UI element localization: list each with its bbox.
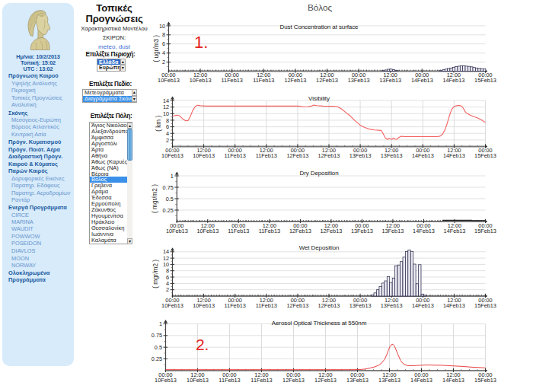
svg-text:13Feb13: 13Feb13 xyxy=(379,77,401,84)
svg-text:15Feb13: 15Feb13 xyxy=(474,377,496,384)
svg-text:4: 4 xyxy=(166,280,169,287)
svg-text:0.5: 0.5 xyxy=(166,196,174,202)
svg-text:10Feb13: 10Feb13 xyxy=(158,77,180,84)
svg-text:0.25: 0.25 xyxy=(163,207,174,214)
svg-text:0.25: 0.25 xyxy=(152,355,162,362)
svg-text:Aerosol Optical Thickness at 5: Aerosol Optical Thickness at 550nm xyxy=(272,320,367,327)
svg-text:6: 6 xyxy=(166,274,169,281)
svg-text:12Feb13: 12Feb13 xyxy=(318,302,340,309)
svg-text:14Feb13: 14Feb13 xyxy=(410,377,432,384)
svg-text:Dust Concentration at surface: Dust Concentration at surface xyxy=(280,24,359,30)
svg-text:15Feb13: 15Feb13 xyxy=(474,77,496,84)
svg-text:11Feb13: 11Feb13 xyxy=(228,228,249,234)
svg-text:12Feb13: 12Feb13 xyxy=(318,152,340,159)
svg-text:6: 6 xyxy=(166,123,169,130)
svg-text:12Feb13: 12Feb13 xyxy=(320,228,342,234)
svg-text:10: 10 xyxy=(163,110,169,117)
svg-text:15Feb13: 15Feb13 xyxy=(474,302,496,309)
svg-text:2: 2 xyxy=(162,59,165,65)
svg-text:12Feb13: 12Feb13 xyxy=(314,377,337,384)
svg-text:13Feb13: 13Feb13 xyxy=(351,228,373,234)
svg-text:13Feb13: 13Feb13 xyxy=(349,152,372,159)
svg-text:Wet Deposition: Wet Deposition xyxy=(299,244,340,251)
svg-text:0.75: 0.75 xyxy=(152,332,162,339)
svg-text:12Feb13: 12Feb13 xyxy=(286,152,308,159)
svg-text:11Feb13: 11Feb13 xyxy=(259,228,280,234)
svg-text:( mgr/m2 ): ( mgr/m2 ) xyxy=(153,260,160,288)
svg-text:10Feb13: 10Feb13 xyxy=(166,228,188,234)
svg-text:8: 8 xyxy=(162,31,165,38)
svg-text:12: 12 xyxy=(163,255,169,262)
svg-text:13Feb13: 13Feb13 xyxy=(381,228,404,234)
svg-text:14: 14 xyxy=(163,248,169,255)
svg-text:15Feb13: 15Feb13 xyxy=(474,152,496,159)
svg-text:0.75: 0.75 xyxy=(163,184,174,191)
svg-text:10Feb13: 10Feb13 xyxy=(161,152,184,159)
svg-text:10Feb13: 10Feb13 xyxy=(187,377,209,384)
svg-text:14: 14 xyxy=(163,97,169,104)
svg-text:11Feb13: 11Feb13 xyxy=(225,302,246,309)
svg-text:11Feb13: 11Feb13 xyxy=(253,77,274,84)
svg-text:4: 4 xyxy=(166,130,169,137)
svg-text:1: 1 xyxy=(159,320,162,327)
svg-text:Visibility: Visibility xyxy=(308,95,330,102)
svg-text:( km ): ( km ) xyxy=(156,116,163,132)
svg-text:11Feb13: 11Feb13 xyxy=(222,77,243,84)
svg-text:13Feb13: 13Feb13 xyxy=(381,152,403,159)
svg-text:12: 12 xyxy=(163,104,169,110)
svg-text:14Feb13: 14Feb13 xyxy=(443,152,465,159)
svg-text:4: 4 xyxy=(162,49,165,56)
svg-text:10: 10 xyxy=(163,261,169,268)
svg-text:8: 8 xyxy=(166,117,169,124)
svg-text:10Feb13: 10Feb13 xyxy=(155,377,177,384)
svg-text:11Feb13: 11Feb13 xyxy=(251,377,272,384)
svg-text:10: 10 xyxy=(159,23,165,30)
svg-text:13Feb13: 13Feb13 xyxy=(348,77,370,84)
svg-text:11Feb13: 11Feb13 xyxy=(225,152,246,159)
svg-text:2: 2 xyxy=(166,286,169,293)
svg-text:14Feb13: 14Feb13 xyxy=(444,228,466,234)
svg-text:11Feb13: 11Feb13 xyxy=(256,302,277,309)
svg-text:1: 1 xyxy=(171,173,174,180)
svg-text:14Feb13: 14Feb13 xyxy=(412,152,434,159)
svg-text:12Feb13: 12Feb13 xyxy=(282,377,305,384)
svg-text:0.5: 0.5 xyxy=(155,344,162,351)
svg-text:11Feb13: 11Feb13 xyxy=(256,152,277,159)
svg-text:15Feb13: 15Feb13 xyxy=(474,228,496,234)
svg-text:( mgr/m2 ): ( mgr/m2 ) xyxy=(152,184,158,213)
svg-text:8: 8 xyxy=(166,267,169,274)
svg-text:2: 2 xyxy=(166,137,169,144)
svg-text:6: 6 xyxy=(162,40,165,47)
svg-text:12Feb13: 12Feb13 xyxy=(289,228,311,234)
svg-text:14Feb13: 14Feb13 xyxy=(412,302,434,309)
svg-text:10Feb13: 10Feb13 xyxy=(193,152,215,159)
svg-text:14Feb13: 14Feb13 xyxy=(442,77,464,84)
svg-text:14Feb13: 14Feb13 xyxy=(442,377,464,384)
svg-text:13Feb13: 13Feb13 xyxy=(349,302,372,309)
svg-text:10Feb13: 10Feb13 xyxy=(190,77,212,84)
svg-text:12Feb13: 12Feb13 xyxy=(284,77,306,84)
svg-text:13Feb13: 13Feb13 xyxy=(378,377,401,384)
svg-text:10Feb13: 10Feb13 xyxy=(193,302,215,309)
svg-text:10Feb13: 10Feb13 xyxy=(196,228,219,234)
svg-text:( ugr/m3 ): ( ugr/m3 ) xyxy=(153,35,160,62)
svg-text:11Feb13: 11Feb13 xyxy=(219,377,240,384)
svg-text:14Feb13: 14Feb13 xyxy=(411,77,433,84)
svg-text:14Feb13: 14Feb13 xyxy=(443,302,465,309)
svg-text:14Feb13: 14Feb13 xyxy=(413,228,435,234)
svg-text:13Feb13: 13Feb13 xyxy=(381,302,403,309)
svg-text:12Feb13: 12Feb13 xyxy=(316,77,338,84)
svg-text:12Feb13: 12Feb13 xyxy=(286,302,308,309)
svg-text:10Feb13: 10Feb13 xyxy=(161,302,184,309)
svg-text:13Feb13: 13Feb13 xyxy=(346,377,369,384)
svg-text:Dry Deposition: Dry Deposition xyxy=(299,170,338,177)
